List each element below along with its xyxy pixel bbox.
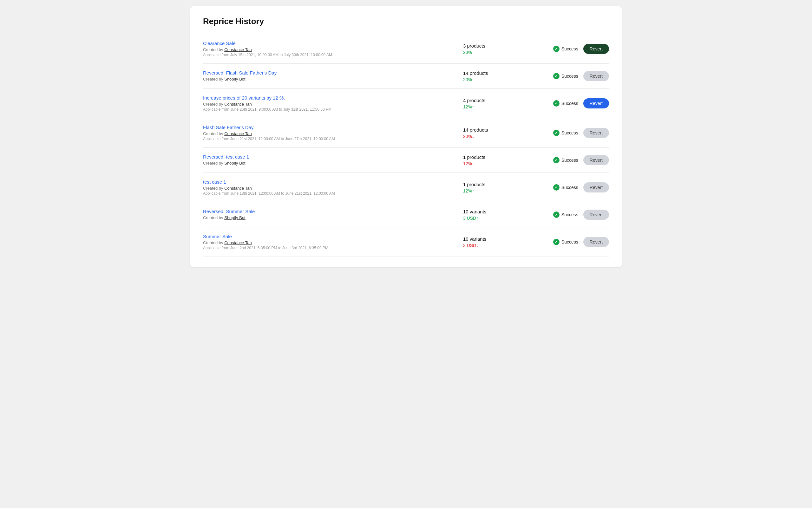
success-icon — [553, 100, 560, 107]
status-text: Success — [561, 240, 578, 245]
row-date: Applicable from June 26th 2021, 9:00:00 … — [203, 107, 457, 112]
history-row: test case 1 Created by Constance Tan App… — [203, 173, 609, 202]
row-left: Clearance Sale Created by Constance Tan … — [203, 41, 457, 57]
row-products: 10 variants — [463, 236, 520, 242]
creator-link[interactable]: Constance Tan — [224, 186, 252, 190]
creator-link[interactable]: Shopify Bot — [224, 215, 245, 220]
status-text: Success — [561, 185, 578, 190]
status-text: Success — [561, 74, 578, 79]
row-title[interactable]: Reversed: Flash Sale Father's Day — [203, 70, 457, 76]
success-icon — [553, 184, 560, 190]
revert-button[interactable]: Revert — [583, 210, 609, 220]
row-products: 1 products — [463, 155, 520, 160]
creator-link[interactable]: Constance Tan — [224, 131, 252, 136]
creator-link[interactable]: Shopify Bot — [224, 161, 245, 166]
success-icon — [553, 46, 560, 52]
row-products: 14 products — [463, 127, 520, 133]
row-right: Success Revert — [527, 237, 609, 247]
row-change: 3 USD↑ — [463, 216, 520, 221]
row-right: Success Revert — [527, 98, 609, 109]
creator-link[interactable]: Shopify Bot — [224, 77, 245, 82]
status-badge: Success — [553, 130, 578, 136]
revert-button[interactable]: Revert — [583, 237, 609, 247]
success-icon — [553, 73, 560, 79]
row-right: Success Revert — [527, 210, 609, 220]
row-title[interactable]: Increase prices of 20 variants by 12 %. — [203, 95, 457, 100]
row-center: 10 variants 3 USD↓ — [463, 236, 520, 248]
row-center: 4 products 12%↑ — [463, 98, 520, 110]
row-right: Success Revert — [527, 71, 609, 81]
row-title[interactable]: test case 1 — [203, 179, 457, 184]
row-left: Increase prices of 20 variants by 12 %. … — [203, 95, 457, 112]
row-products: 14 products — [463, 71, 520, 76]
row-creator: Created by Constance Tan — [203, 131, 457, 136]
row-creator: Created by Constance Tan — [203, 47, 457, 52]
success-icon — [553, 239, 560, 245]
row-date: Applicable from July 15th 2021, 10:00:00… — [203, 53, 457, 57]
row-creator: Created by Constance Tan — [203, 240, 457, 245]
creator-link[interactable]: Constance Tan — [224, 47, 252, 52]
history-row: Reversed: Flash Sale Father's Day Create… — [203, 64, 609, 89]
status-badge: Success — [553, 184, 578, 190]
row-center: 1 products 12%↑ — [463, 182, 520, 194]
revert-button[interactable]: Revert — [583, 71, 609, 81]
status-badge: Success — [553, 212, 578, 218]
row-date: Applicable from June 18th 2021, 12:00:00… — [203, 191, 457, 196]
row-left: Flash Sale Father's Day Created by Const… — [203, 125, 457, 141]
row-date: Applicable from June 2nd 2021, 6:35:00 P… — [203, 246, 457, 250]
row-change: 23%↑ — [463, 50, 520, 55]
row-right: Success Revert — [527, 182, 609, 193]
row-left: Reversed: Summer Sale Created by Shopify… — [203, 209, 457, 221]
row-creator: Created by Shopify Bot — [203, 215, 457, 220]
page-title: Reprice History — [203, 16, 609, 26]
success-icon — [553, 130, 560, 136]
row-date: Applicable from June 21st 2021, 12:00:00… — [203, 137, 457, 141]
revert-button[interactable]: Revert — [583, 98, 609, 109]
row-change: 20%↓ — [463, 134, 520, 139]
row-change: 12%↓ — [463, 161, 520, 166]
history-list: Clearance Sale Created by Constance Tan … — [203, 34, 609, 257]
row-left: Reversed: Flash Sale Father's Day Create… — [203, 70, 457, 82]
row-title[interactable]: Clearance Sale — [203, 41, 457, 46]
status-badge: Success — [553, 46, 578, 52]
revert-button[interactable]: Revert — [583, 182, 609, 193]
history-row: Reversed: Summer Sale Created by Shopify… — [203, 202, 609, 227]
status-text: Success — [561, 101, 578, 106]
status-badge: Success — [553, 157, 578, 163]
row-title[interactable]: Summer Sale — [203, 234, 457, 239]
row-creator: Created by Constance Tan — [203, 102, 457, 107]
status-text: Success — [561, 130, 578, 135]
creator-link[interactable]: Constance Tan — [224, 240, 252, 245]
history-row: Reversed: test case 1 Created by Shopify… — [203, 148, 609, 173]
row-creator: Created by Constance Tan — [203, 186, 457, 190]
status-badge: Success — [553, 239, 578, 245]
revert-button[interactable]: Revert — [583, 44, 609, 54]
creator-link[interactable]: Constance Tan — [224, 102, 252, 107]
revert-button[interactable]: Revert — [583, 128, 609, 138]
status-badge: Success — [553, 100, 578, 107]
row-creator: Created by Shopify Bot — [203, 77, 457, 82]
history-row: Increase prices of 20 variants by 12 %. … — [203, 89, 609, 118]
row-products: 10 variants — [463, 209, 520, 214]
status-text: Success — [561, 46, 578, 51]
reprice-history-card: Reprice History Clearance Sale Created b… — [190, 6, 622, 267]
row-title[interactable]: Reversed: test case 1 — [203, 154, 457, 160]
history-row: Clearance Sale Created by Constance Tan … — [203, 34, 609, 64]
row-right: Success Revert — [527, 128, 609, 138]
row-title[interactable]: Flash Sale Father's Day — [203, 125, 457, 130]
row-products: 1 products — [463, 182, 520, 187]
success-icon — [553, 212, 560, 218]
revert-button[interactable]: Revert — [583, 155, 609, 165]
history-row: Summer Sale Created by Constance Tan App… — [203, 227, 609, 257]
row-change: 12%↑ — [463, 104, 520, 110]
row-creator: Created by Shopify Bot — [203, 161, 457, 166]
row-left: test case 1 Created by Constance Tan App… — [203, 179, 457, 196]
status-text: Success — [561, 212, 578, 217]
status-badge: Success — [553, 73, 578, 79]
row-change: 20%↑ — [463, 77, 520, 82]
history-row: Flash Sale Father's Day Created by Const… — [203, 118, 609, 148]
row-change: 12%↑ — [463, 188, 520, 194]
row-center: 3 products 23%↑ — [463, 43, 520, 55]
row-title[interactable]: Reversed: Summer Sale — [203, 209, 457, 214]
row-right: Success Revert — [527, 155, 609, 165]
